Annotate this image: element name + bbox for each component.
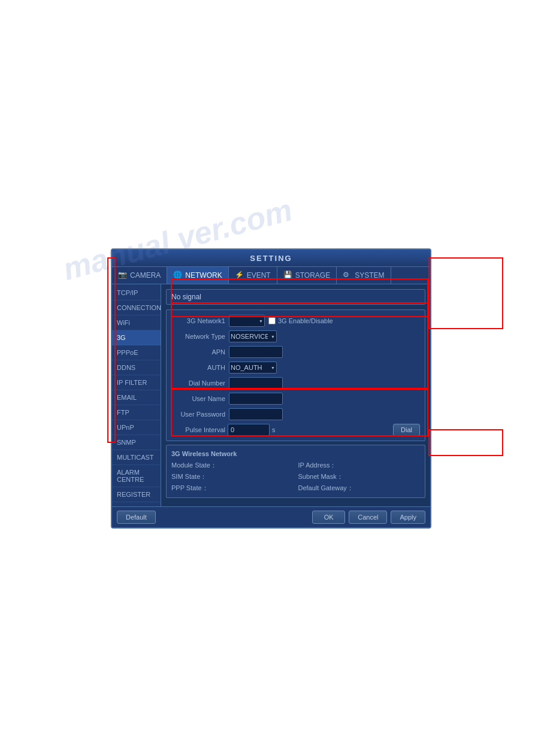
sidebar-item-email[interactable]: EMAIL bbox=[112, 390, 161, 405]
annotation-right-top bbox=[428, 257, 503, 329]
network-type-label: Network Type bbox=[171, 333, 225, 340]
ip-address-row: IP Address： bbox=[298, 461, 421, 470]
sidebar-item-ipfilter[interactable]: IP FILTER bbox=[112, 375, 161, 390]
ppp-state-row: PPP State： bbox=[171, 484, 294, 493]
tab-system-label: SYSTEM bbox=[355, 271, 384, 280]
password-row: User Password bbox=[171, 408, 420, 420]
event-tab-icon bbox=[235, 271, 244, 280]
sidebar-item-multicast[interactable]: MULTICAST bbox=[112, 450, 161, 465]
default-gateway-label: Default Gateway： bbox=[298, 484, 353, 493]
pulse-input[interactable] bbox=[228, 424, 270, 436]
tab-network-label: NETWORK bbox=[185, 271, 222, 280]
password-label: User Password bbox=[171, 411, 225, 418]
title-bar: SETTING bbox=[112, 250, 430, 267]
network-type-row: Network Type NOSERVICE bbox=[171, 330, 420, 342]
username-input[interactable] bbox=[229, 393, 283, 405]
tab-network[interactable]: NETWORK bbox=[167, 267, 228, 284]
ip-address-label: IP Address： bbox=[298, 461, 337, 470]
ppp-state-label: PPP State： bbox=[171, 484, 208, 493]
content-area: TCP/IP CONNECTION WiFi 3G PPPoE DDNS IP … bbox=[112, 284, 430, 506]
network-select-wrapper bbox=[229, 315, 265, 327]
tab-event-label: EVENT bbox=[247, 271, 271, 280]
wireless-grid: Module State： IP Address： SIM State： Sub… bbox=[171, 461, 420, 493]
action-buttons: OK Cancel Apply bbox=[312, 511, 425, 524]
bottom-buttons: Default OK Cancel Apply bbox=[112, 506, 430, 527]
sidebar-item-upnp[interactable]: UPnP bbox=[112, 420, 161, 435]
module-state-label: Module State： bbox=[171, 461, 217, 470]
pulse-unit: s bbox=[272, 426, 276, 433]
sidebar-item-ddns[interactable]: DDNS bbox=[112, 360, 161, 375]
dial-number-input[interactable] bbox=[229, 377, 283, 389]
tab-storage-label: STORAGE bbox=[295, 271, 330, 280]
dial-number-label: Dial Number bbox=[171, 379, 225, 387]
username-row: User Name bbox=[171, 393, 420, 405]
system-tab-icon bbox=[343, 271, 352, 280]
wireless-section: 3G Wireless Network Module State： IP Add… bbox=[166, 445, 425, 498]
3g-form-section: 3G Network1 3G Enable/Disable Network Ty… bbox=[166, 309, 425, 441]
pulse-label: Pulse Interval bbox=[171, 426, 225, 433]
status-bar: No signal bbox=[166, 289, 425, 305]
sidebar-item-pppoe[interactable]: PPPoE bbox=[112, 345, 161, 360]
dialog-title: SETTING bbox=[250, 254, 292, 263]
camera-tab-icon bbox=[118, 271, 128, 280]
tab-camera[interactable]: CAMERA bbox=[112, 267, 167, 284]
sidebar-item-3g[interactable]: 3G bbox=[112, 330, 161, 345]
network-type-select[interactable]: NOSERVICE bbox=[229, 330, 277, 342]
sim-state-label: SIM State： bbox=[171, 472, 207, 481]
default-gateway-row: Default Gateway： bbox=[298, 484, 421, 493]
sidebar-item-tcpip[interactable]: TCP/IP bbox=[112, 286, 161, 300]
sidebar-item-ftp[interactable]: FTP bbox=[112, 405, 161, 420]
sidebar-item-snmp[interactable]: SNMP bbox=[112, 435, 161, 450]
module-state-row: Module State： bbox=[171, 461, 294, 470]
auth-label: AUTH bbox=[171, 364, 225, 371]
auth-row: AUTH NO_AUTH bbox=[171, 362, 420, 374]
network-row: 3G Network1 3G Enable/Disable bbox=[171, 315, 420, 327]
cancel-button[interactable]: Cancel bbox=[349, 511, 387, 524]
pulse-interval-row: Pulse Interval s Dial bbox=[171, 424, 420, 436]
apply-button[interactable]: Apply bbox=[391, 511, 425, 524]
apn-label: APN bbox=[171, 348, 225, 356]
dial-number-row: Dial Number bbox=[171, 377, 420, 389]
auth-select-wrapper: NO_AUTH bbox=[229, 362, 277, 374]
tab-camera-label: CAMERA bbox=[130, 271, 161, 280]
storage-tab-icon bbox=[283, 271, 293, 280]
subnet-mask-row: Subnet Mask： bbox=[298, 472, 421, 481]
tab-bar: CAMERA NETWORK EVENT STORAGE SYSTEM bbox=[112, 267, 430, 284]
apn-row: APN bbox=[171, 346, 420, 358]
main-dialog: SETTING CAMERA NETWORK EVENT STORAGE SYS… bbox=[111, 248, 431, 529]
password-input[interactable] bbox=[229, 408, 283, 420]
subnet-mask-label: Subnet Mask： bbox=[298, 472, 343, 481]
auth-select[interactable]: NO_AUTH bbox=[229, 362, 277, 374]
tab-system[interactable]: SYSTEM bbox=[337, 267, 391, 284]
ok-button[interactable]: OK bbox=[312, 511, 345, 524]
sidebar-item-alarmcentre[interactable]: ALARM CENTRE bbox=[112, 465, 161, 487]
network-tab-icon bbox=[173, 271, 183, 280]
tab-storage[interactable]: STORAGE bbox=[277, 267, 337, 284]
sidebar: TCP/IP CONNECTION WiFi 3G PPPoE DDNS IP … bbox=[112, 284, 161, 506]
default-button[interactable]: Default bbox=[117, 511, 156, 524]
sim-state-row: SIM State： bbox=[171, 472, 294, 481]
sidebar-item-connection[interactable]: CONNECTION bbox=[112, 300, 161, 315]
wireless-section-title: 3G Wireless Network bbox=[171, 450, 420, 457]
dial-button[interactable]: Dial bbox=[393, 424, 420, 436]
network-select[interactable] bbox=[229, 315, 265, 327]
main-panel: No signal 3G Network1 3G Enable/Disable bbox=[161, 284, 430, 506]
apn-input[interactable] bbox=[229, 346, 283, 358]
enable-disable-checkbox[interactable] bbox=[268, 317, 276, 324]
tab-event[interactable]: EVENT bbox=[229, 267, 277, 284]
enable-disable-label: 3G Enable/Disable bbox=[268, 317, 333, 324]
network-label: 3G Network1 bbox=[171, 317, 225, 324]
network-type-select-wrapper: NOSERVICE bbox=[229, 330, 277, 342]
status-text: No signal bbox=[171, 293, 201, 301]
sidebar-item-register[interactable]: REGISTER bbox=[112, 487, 161, 502]
annotation-right-bottom bbox=[428, 429, 503, 456]
sidebar-item-wifi[interactable]: WiFi bbox=[112, 315, 161, 330]
username-label: User Name bbox=[171, 395, 225, 402]
